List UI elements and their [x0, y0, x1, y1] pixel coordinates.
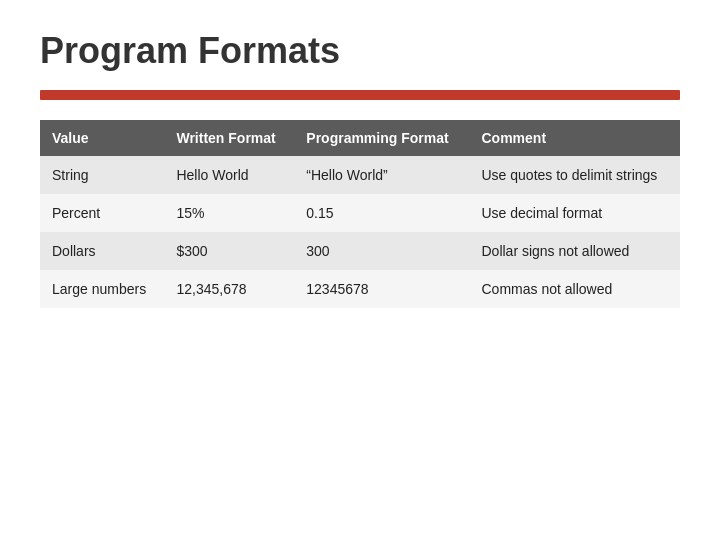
cell-written-2: $300	[164, 232, 294, 270]
cell-programming-3: 12345678	[294, 270, 469, 308]
cell-written-0: Hello World	[164, 156, 294, 194]
col-header-value: Value	[40, 120, 164, 156]
cell-written-1: 15%	[164, 194, 294, 232]
cell-comment-3: Commas not allowed	[469, 270, 680, 308]
table-row: String Hello World “Hello World” Use quo…	[40, 156, 680, 194]
data-table: Value Written Format Programming Format …	[40, 120, 680, 308]
cell-value-1: Percent	[40, 194, 164, 232]
table-row: Dollars $300 300 Dollar signs not allowe…	[40, 232, 680, 270]
cell-programming-2: 300	[294, 232, 469, 270]
cell-written-3: 12,345,678	[164, 270, 294, 308]
cell-comment-0: Use quotes to delimit strings	[469, 156, 680, 194]
accent-bar	[40, 90, 680, 100]
table-body: String Hello World “Hello World” Use quo…	[40, 156, 680, 308]
col-header-programming-format: Programming Format	[294, 120, 469, 156]
cell-value-3: Large numbers	[40, 270, 164, 308]
cell-value-0: String	[40, 156, 164, 194]
cell-comment-1: Use decimal format	[469, 194, 680, 232]
cell-comment-2: Dollar signs not allowed	[469, 232, 680, 270]
cell-programming-0: “Hello World”	[294, 156, 469, 194]
cell-value-2: Dollars	[40, 232, 164, 270]
cell-programming-1: 0.15	[294, 194, 469, 232]
header-row: Value Written Format Programming Format …	[40, 120, 680, 156]
table-row: Large numbers 12,345,678 12345678 Commas…	[40, 270, 680, 308]
table-container: Value Written Format Programming Format …	[40, 120, 680, 308]
table-header: Value Written Format Programming Format …	[40, 120, 680, 156]
table-row: Percent 15% 0.15 Use decimal format	[40, 194, 680, 232]
col-header-written-format: Written Format	[164, 120, 294, 156]
page: Program Formats Value Written Format Pro…	[0, 0, 720, 540]
col-header-comment: Comment	[469, 120, 680, 156]
page-title: Program Formats	[40, 30, 680, 72]
